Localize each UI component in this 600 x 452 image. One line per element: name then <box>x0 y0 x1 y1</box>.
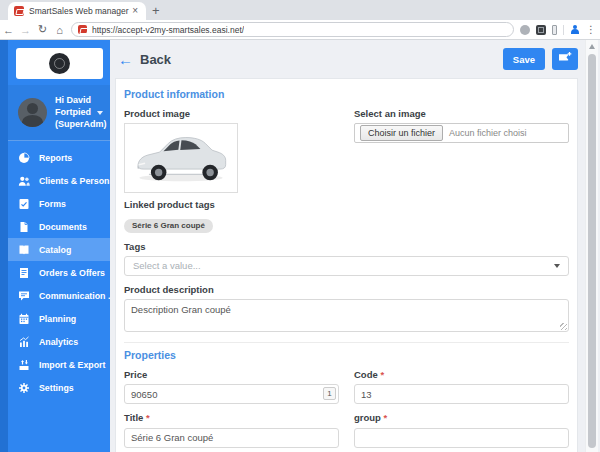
forward-nav-icon[interactable]: → <box>17 24 34 36</box>
page-scrollbar[interactable] <box>585 40 598 452</box>
tab-title: SmartSales Web manager <box>29 6 130 16</box>
close-tab-icon[interactable]: × <box>130 6 140 16</box>
required-marker: * <box>380 369 384 380</box>
sidebar-item-documents[interactable]: Documents <box>8 215 110 238</box>
forms-icon <box>18 198 30 210</box>
back-button[interactable]: Back <box>140 52 171 67</box>
back-arrow-icon[interactable]: ← <box>118 51 133 68</box>
easi-logo <box>49 53 70 74</box>
url-text: https://accept-v2my-smartsales.easi.net/ <box>92 25 244 35</box>
user-greeting: Hi David Fortpied (SuperAdm) <box>55 94 107 130</box>
price-label: Price <box>124 369 339 380</box>
toolbar-divider <box>563 25 564 35</box>
browser-window: SmartSales Web manager × + ← → ↻ ⌂ https… <box>0 0 600 452</box>
sidebar-item-forms[interactable]: Forms <box>8 192 110 215</box>
browser-tab-bar: SmartSales Web manager × + <box>0 0 600 20</box>
add-label-icon <box>558 51 573 67</box>
site-badge-icon <box>78 25 87 34</box>
analytics-icon <box>18 336 30 348</box>
group-label: group * <box>354 412 569 423</box>
file-status-text: Aucun fichier choisi <box>449 128 527 138</box>
title-label: Title * <box>124 412 339 423</box>
sidebar-item-catalog[interactable]: Catalog <box>8 238 110 261</box>
calendar-icon <box>18 313 30 325</box>
chevron-down-icon <box>97 111 103 115</box>
document-icon <box>18 221 30 233</box>
app-logo[interactable] <box>16 48 103 79</box>
linked-product-tags-label: Linked product tags <box>124 199 569 210</box>
gear-icon <box>18 382 30 394</box>
user-greeting-line2: Fortpied <box>55 106 107 118</box>
section-product-information: Product information <box>124 88 569 100</box>
chevron-down-icon <box>554 264 560 268</box>
sidebar-menu: Reports Clients & Persons Forms Document… <box>8 141 110 399</box>
sidebar-item-communication[interactable]: Communication ... <box>8 284 110 307</box>
chat-icon <box>18 290 30 302</box>
resize-grip-icon[interactable] <box>560 323 567 330</box>
avatar <box>18 98 47 127</box>
price-unit-badge[interactable]: 1 <box>323 387 336 400</box>
product-tag-chip[interactable]: Série 6 Gran coupé <box>124 219 213 233</box>
tags-placeholder: Select a value... <box>133 260 554 271</box>
extension-icon-2[interactable] <box>536 25 546 35</box>
home-icon[interactable]: ⌂ <box>51 24 68 36</box>
scroll-up-icon[interactable] <box>589 44 595 49</box>
order-icon <box>18 267 30 279</box>
product-image-label: Product image <box>124 108 339 119</box>
price-input[interactable] <box>124 384 339 404</box>
section-properties: Properties <box>124 349 569 361</box>
book-icon <box>18 244 30 256</box>
user-greeting-line3: (SuperAdm) <box>55 118 107 130</box>
sidebar-item-planning[interactable]: Planning <box>8 307 110 330</box>
select-image-label: Select an image <box>354 108 569 119</box>
import-export-icon <box>18 359 30 371</box>
people-icon <box>18 175 30 187</box>
tags-select[interactable]: Select a value... <box>124 256 569 276</box>
sidebar-item-reports[interactable]: Reports <box>8 146 110 169</box>
extension-icon-1[interactable] <box>520 25 530 35</box>
sidebar-rail <box>0 40 8 452</box>
add-label-button[interactable] <box>552 48 578 70</box>
user-menu[interactable]: Hi David Fortpied (SuperAdm) <box>8 85 110 141</box>
new-tab-icon[interactable]: + <box>152 3 160 18</box>
sidebar: Hi David Fortpied (SuperAdm) Reports Cli… <box>8 40 110 452</box>
scrollbar-thumb[interactable] <box>588 54 596 448</box>
back-nav-icon[interactable]: ← <box>0 24 17 36</box>
product-image <box>124 123 238 193</box>
easi-favicon <box>14 6 24 16</box>
group-input[interactable] <box>354 428 569 448</box>
address-bar[interactable]: https://accept-v2my-smartsales.easi.net/ <box>71 22 514 37</box>
product-description-label: Product description <box>124 284 569 295</box>
title-input[interactable] <box>124 428 339 448</box>
product-description-input[interactable]: Description Gran coupé <box>131 304 562 327</box>
extension-zone <box>520 25 580 35</box>
required-marker: * <box>146 412 150 423</box>
sidebar-item-import-export[interactable]: Import & Export <box>8 353 110 376</box>
sidebar-item-settings[interactable]: Settings <box>8 376 110 399</box>
main-content: ← Back Save Product information Product … <box>110 40 600 452</box>
browser-menu-icon[interactable]: ⋮ <box>586 24 596 35</box>
code-input[interactable] <box>354 384 569 404</box>
car-image <box>125 122 237 194</box>
section-divider <box>124 342 569 343</box>
file-input[interactable]: Choisir un fichier Aucun fichier choisi <box>354 123 569 143</box>
required-marker: * <box>384 412 388 423</box>
choose-file-button[interactable]: Choisir un fichier <box>360 125 443 141</box>
product-form-card: Product information Product image <box>115 78 578 452</box>
tags-label: Tags <box>124 241 569 252</box>
pie-chart-icon <box>18 152 30 164</box>
extension-icon-3[interactable] <box>552 25 557 35</box>
reload-icon[interactable]: ↻ <box>34 23 51 36</box>
save-button[interactable]: Save <box>503 48 545 70</box>
product-description-wrap: Description Gran coupé <box>124 299 569 332</box>
profile-icon[interactable] <box>570 25 580 35</box>
page-header: ← Back Save <box>110 40 578 78</box>
sidebar-item-orders-offers[interactable]: Orders & Offers <box>8 261 110 284</box>
user-greeting-line1: Hi David <box>55 94 107 106</box>
sidebar-item-analytics[interactable]: Analytics <box>8 330 110 353</box>
sidebar-item-clients-persons[interactable]: Clients & Persons <box>8 169 110 192</box>
header-actions: Save <box>503 48 578 70</box>
app-root: Hi David Fortpied (SuperAdm) Reports Cli… <box>0 40 600 452</box>
browser-toolbar: ← → ↻ ⌂ https://accept-v2my-smartsales.e… <box>0 20 600 40</box>
browser-tab[interactable]: SmartSales Web manager × <box>8 2 146 20</box>
